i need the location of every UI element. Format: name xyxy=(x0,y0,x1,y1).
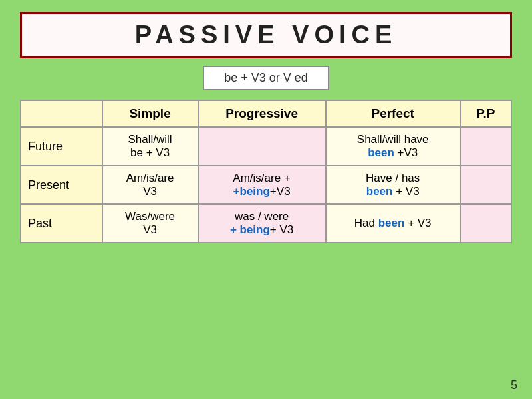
table-row-present: Present Am/is/areV3 Am/is/are ++being+V3… xyxy=(21,166,511,204)
formula-text: be + V3 or V ed xyxy=(224,71,308,84)
past-perfect-text: Had been + V3 xyxy=(354,217,432,229)
title-box: PASSIVE VOICE xyxy=(20,12,512,58)
present-progressive-text: Am/is/are ++being+V3 xyxy=(233,172,290,198)
future-perfect: Shall/will havebeen +V3 xyxy=(326,127,460,166)
passive-voice-table: Simple Progressive Perfect P.P Future Sh… xyxy=(20,100,512,243)
future-perfect-blue: been xyxy=(368,146,394,159)
present-label: Present xyxy=(21,166,102,204)
future-simple: Shall/willbe + V3 xyxy=(102,127,198,166)
table-row-future: Future Shall/willbe + V3 Shall/will have… xyxy=(21,127,511,166)
present-simple-text: Am/is/areV3 xyxy=(126,172,174,198)
future-progressive xyxy=(198,127,326,166)
formula-box: be + V3 or V ed xyxy=(203,66,329,90)
future-pp xyxy=(460,127,511,166)
future-perfect-text: Shall/will havebeen +V3 xyxy=(357,133,429,159)
present-progressive-blue: +being xyxy=(233,185,270,198)
past-progressive-text: was / were+ being+ V3 xyxy=(230,210,293,236)
future-simple-text: Shall/willbe + V3 xyxy=(128,133,172,159)
table-row-past: Past Was/wereV3 was / were+ being+ V3 Ha… xyxy=(21,204,511,243)
header-col-empty xyxy=(21,100,102,127)
present-simple: Am/is/areV3 xyxy=(102,166,198,204)
future-label: Future xyxy=(21,127,102,166)
present-perfect-text: Have / hasbeen + V3 xyxy=(366,172,420,198)
present-progressive: Am/is/are ++being+V3 xyxy=(198,166,326,204)
past-progressive: was / were+ being+ V3 xyxy=(198,204,326,243)
past-simple: Was/wereV3 xyxy=(102,204,198,243)
table-header-row: Simple Progressive Perfect P.P xyxy=(21,100,511,127)
past-pp xyxy=(460,204,511,243)
page-title: PASSIVE VOICE xyxy=(135,21,398,49)
header-simple: Simple xyxy=(102,100,198,127)
header-pp: P.P xyxy=(460,100,511,127)
past-progressive-blue: + being xyxy=(230,223,270,236)
past-simple-text: Was/wereV3 xyxy=(125,210,175,236)
page-number: 5 xyxy=(511,378,517,392)
past-perfect: Had been + V3 xyxy=(326,204,460,243)
present-perfect-blue: been xyxy=(366,185,393,198)
header-perfect: Perfect xyxy=(326,100,460,127)
past-label: Past xyxy=(21,204,102,243)
past-perfect-blue: been xyxy=(378,217,405,229)
present-perfect: Have / hasbeen + V3 xyxy=(326,166,460,204)
present-pp xyxy=(460,166,511,204)
header-progressive: Progressive xyxy=(198,100,326,127)
